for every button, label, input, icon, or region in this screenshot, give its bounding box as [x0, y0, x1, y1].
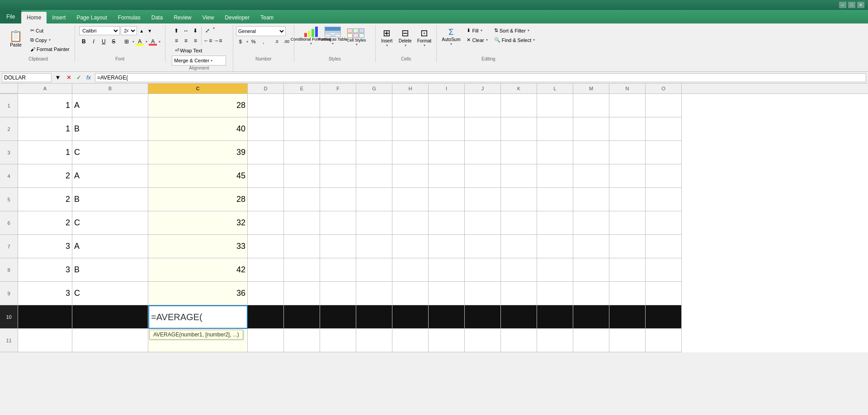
cell-g7[interactable]	[356, 235, 392, 258]
format-painter-button[interactable]: 🖌 Format Painter	[28, 45, 72, 53]
row-header-8[interactable]: 8	[0, 258, 18, 282]
cell-m7[interactable]	[573, 235, 609, 258]
cell-o6[interactable]	[646, 211, 682, 235]
col-header-i[interactable]: I	[429, 84, 465, 93]
row-header-7[interactable]: 7	[0, 235, 18, 258]
cell-k3[interactable]	[501, 141, 537, 164]
col-header-c[interactable]: C	[148, 84, 248, 93]
align-middle-button[interactable]: ↔	[181, 26, 190, 35]
font-size-select[interactable]: 24	[121, 26, 137, 35]
increase-decimal-button[interactable]: .0	[272, 37, 281, 46]
cell-e7[interactable]	[284, 235, 320, 258]
cell-i4[interactable]	[429, 164, 465, 188]
cell-d11[interactable]	[248, 329, 284, 352]
cell-h1[interactable]	[392, 94, 429, 117]
cell-j5[interactable]	[465, 188, 501, 211]
col-header-m[interactable]: M	[573, 84, 609, 93]
cell-h2[interactable]	[392, 117, 429, 141]
cell-g8[interactable]	[356, 258, 392, 282]
cell-c6[interactable]: 32	[148, 211, 248, 235]
insert-button[interactable]: ⊞ Insert ▾	[378, 26, 396, 49]
cell-o7[interactable]	[646, 235, 682, 258]
cell-o9[interactable]	[646, 282, 682, 305]
expand-formula-bar-button[interactable]: ▼	[53, 73, 62, 82]
tab-home[interactable]: Home	[21, 12, 47, 23]
cell-b6[interactable]: C	[72, 211, 148, 235]
cell-o10[interactable]	[646, 305, 682, 329]
cell-d2[interactable]	[248, 117, 284, 141]
cell-b11[interactable]	[72, 329, 148, 352]
cell-a11[interactable]	[18, 329, 72, 352]
cell-k2[interactable]	[501, 117, 537, 141]
font-name-select[interactable]: Calibri	[79, 26, 120, 35]
cell-i1[interactable]	[429, 94, 465, 117]
cell-g3[interactable]	[356, 141, 392, 164]
cell-n2[interactable]	[609, 117, 646, 141]
tab-file[interactable]: File	[0, 10, 21, 23]
tab-view[interactable]: View	[197, 12, 220, 23]
accounting-button[interactable]: $	[236, 37, 245, 46]
cell-n8[interactable]	[609, 258, 646, 282]
cell-d5[interactable]	[248, 188, 284, 211]
cell-l5[interactable]	[537, 188, 573, 211]
cell-l11[interactable]	[537, 329, 573, 352]
cell-k7[interactable]	[501, 235, 537, 258]
cell-l3[interactable]	[537, 141, 573, 164]
cell-i6[interactable]	[429, 211, 465, 235]
cell-d7[interactable]	[248, 235, 284, 258]
cell-f11[interactable]	[320, 329, 356, 352]
cell-b1[interactable]: A	[72, 94, 148, 117]
insert-function-button[interactable]: fx	[84, 73, 93, 82]
cell-e2[interactable]	[284, 117, 320, 141]
cell-m1[interactable]	[573, 94, 609, 117]
cell-a7[interactable]: 3	[18, 235, 72, 258]
cell-f10[interactable]	[320, 305, 356, 329]
cancel-formula-button[interactable]: ✕	[64, 73, 73, 82]
cell-a5[interactable]: 2	[18, 188, 72, 211]
cell-i2[interactable]	[429, 117, 465, 141]
autosum-button[interactable]: Σ AutoSum ▾	[439, 26, 462, 47]
cell-a2[interactable]: 1	[18, 117, 72, 141]
cell-c1[interactable]: 28	[148, 94, 248, 117]
sort-filter-button[interactable]: ⇅ Sort & Filter ▾	[492, 26, 537, 35]
name-box[interactable]	[2, 73, 52, 82]
cell-g6[interactable]	[356, 211, 392, 235]
cell-e6[interactable]	[284, 211, 320, 235]
cell-j2[interactable]	[465, 117, 501, 141]
tab-developer[interactable]: Developer	[219, 12, 255, 23]
cell-b10[interactable]	[72, 305, 148, 329]
restore-button[interactable]: □	[848, 2, 855, 8]
col-header-n[interactable]: N	[609, 84, 646, 93]
cell-c4[interactable]: 45	[148, 164, 248, 188]
cell-a1[interactable]: 1	[18, 94, 72, 117]
cell-j3[interactable]	[465, 141, 501, 164]
cell-i11[interactable]	[429, 329, 465, 352]
cell-k6[interactable]	[501, 211, 537, 235]
comma-button[interactable]: ,	[259, 37, 268, 46]
cell-j6[interactable]	[465, 211, 501, 235]
cell-h7[interactable]	[392, 235, 429, 258]
cell-c7[interactable]: 33	[148, 235, 248, 258]
cell-j11[interactable]	[465, 329, 501, 352]
cell-n5[interactable]	[609, 188, 646, 211]
cell-i8[interactable]	[429, 258, 465, 282]
col-header-o[interactable]: O	[646, 84, 682, 93]
cell-n6[interactable]	[609, 211, 646, 235]
close-button[interactable]: ✕	[857, 2, 864, 8]
border-button[interactable]: ⊞	[122, 37, 131, 46]
cell-c9[interactable]: 36	[148, 282, 248, 305]
cell-e11[interactable]	[284, 329, 320, 352]
col-header-e[interactable]: E	[284, 84, 320, 93]
col-header-k[interactable]: K	[501, 84, 537, 93]
cell-l4[interactable]	[537, 164, 573, 188]
italic-button[interactable]: I	[89, 37, 98, 46]
cell-l2[interactable]	[537, 117, 573, 141]
row-header-9[interactable]: 9	[0, 282, 18, 305]
cell-m4[interactable]	[573, 164, 609, 188]
row-header-11[interactable]: 11	[0, 329, 18, 352]
cell-o3[interactable]	[646, 141, 682, 164]
align-right-button[interactable]: ≡	[191, 36, 200, 45]
cell-n1[interactable]	[609, 94, 646, 117]
cell-j7[interactable]	[465, 235, 501, 258]
cell-g11[interactable]	[356, 329, 392, 352]
